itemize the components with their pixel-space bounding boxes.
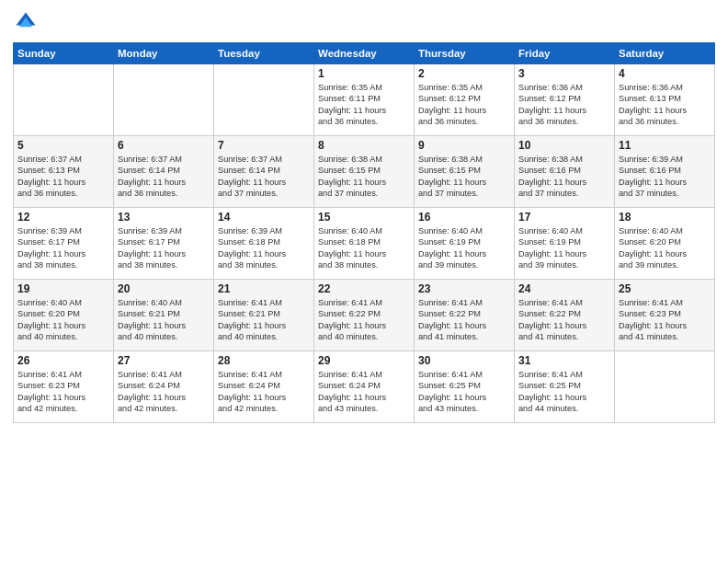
day-info: Sunrise: 6:38 AM Sunset: 6:16 PM Dayligh… bbox=[518, 154, 610, 200]
day-info: Sunrise: 6:41 AM Sunset: 6:24 PM Dayligh… bbox=[318, 369, 410, 415]
calendar-cell: 17Sunrise: 6:40 AM Sunset: 6:19 PM Dayli… bbox=[515, 208, 615, 280]
day-number: 23 bbox=[418, 282, 510, 295]
weekday-header-monday: Monday bbox=[114, 43, 214, 64]
weekday-header-saturday: Saturday bbox=[615, 43, 715, 64]
day-info: Sunrise: 6:38 AM Sunset: 6:15 PM Dayligh… bbox=[418, 154, 510, 200]
day-number: 22 bbox=[318, 282, 410, 295]
calendar-cell: 15Sunrise: 6:40 AM Sunset: 6:18 PM Dayli… bbox=[314, 208, 415, 280]
calendar-cell: 5Sunrise: 6:37 AM Sunset: 6:13 PM Daylig… bbox=[14, 136, 114, 208]
calendar-cell: 25Sunrise: 6:41 AM Sunset: 6:23 PM Dayli… bbox=[615, 280, 715, 351]
calendar-cell: 21Sunrise: 6:41 AM Sunset: 6:21 PM Dayli… bbox=[214, 280, 314, 351]
calendar-cell: 24Sunrise: 6:41 AM Sunset: 6:22 PM Dayli… bbox=[515, 280, 615, 351]
day-number: 25 bbox=[619, 282, 711, 295]
calendar-cell: 29Sunrise: 6:41 AM Sunset: 6:24 PM Dayli… bbox=[314, 351, 415, 423]
day-number: 5 bbox=[17, 139, 109, 152]
calendar-cell: 20Sunrise: 6:40 AM Sunset: 6:21 PM Dayli… bbox=[114, 280, 214, 351]
week-row-5: 26Sunrise: 6:41 AM Sunset: 6:23 PM Dayli… bbox=[14, 351, 715, 423]
day-info: Sunrise: 6:36 AM Sunset: 6:12 PM Dayligh… bbox=[518, 82, 610, 128]
day-number: 21 bbox=[218, 282, 310, 295]
calendar-cell: 27Sunrise: 6:41 AM Sunset: 6:24 PM Dayli… bbox=[114, 351, 214, 423]
day-number: 29 bbox=[318, 354, 410, 367]
day-info: Sunrise: 6:40 AM Sunset: 6:20 PM Dayligh… bbox=[17, 297, 109, 343]
day-number: 4 bbox=[619, 67, 711, 80]
calendar-cell bbox=[14, 64, 114, 136]
day-number: 1 bbox=[318, 67, 410, 80]
day-info: Sunrise: 6:40 AM Sunset: 6:20 PM Dayligh… bbox=[619, 225, 711, 271]
week-row-3: 12Sunrise: 6:39 AM Sunset: 6:17 PM Dayli… bbox=[14, 208, 715, 280]
logo-icon bbox=[13, 9, 39, 35]
calendar-cell: 18Sunrise: 6:40 AM Sunset: 6:20 PM Dayli… bbox=[615, 208, 715, 280]
page: SundayMondayTuesdayWednesdayThursdayFrid… bbox=[0, 0, 728, 563]
day-info: Sunrise: 6:39 AM Sunset: 6:17 PM Dayligh… bbox=[17, 225, 109, 271]
weekday-header-thursday: Thursday bbox=[415, 43, 515, 64]
day-info: Sunrise: 6:40 AM Sunset: 6:19 PM Dayligh… bbox=[418, 225, 510, 271]
day-info: Sunrise: 6:36 AM Sunset: 6:13 PM Dayligh… bbox=[619, 82, 711, 128]
calendar-cell: 10Sunrise: 6:38 AM Sunset: 6:16 PM Dayli… bbox=[515, 136, 615, 208]
day-info: Sunrise: 6:41 AM Sunset: 6:25 PM Dayligh… bbox=[418, 369, 510, 415]
day-info: Sunrise: 6:41 AM Sunset: 6:23 PM Dayligh… bbox=[17, 369, 109, 415]
calendar-cell: 11Sunrise: 6:39 AM Sunset: 6:16 PM Dayli… bbox=[615, 136, 715, 208]
day-info: Sunrise: 6:39 AM Sunset: 6:17 PM Dayligh… bbox=[118, 225, 210, 271]
day-info: Sunrise: 6:41 AM Sunset: 6:22 PM Dayligh… bbox=[418, 297, 510, 343]
day-number: 26 bbox=[17, 354, 109, 367]
day-number: 27 bbox=[118, 354, 210, 367]
header bbox=[13, 9, 715, 35]
day-number: 28 bbox=[218, 354, 310, 367]
day-number: 14 bbox=[218, 211, 310, 224]
day-info: Sunrise: 6:35 AM Sunset: 6:11 PM Dayligh… bbox=[318, 82, 410, 128]
week-row-4: 19Sunrise: 6:40 AM Sunset: 6:20 PM Dayli… bbox=[14, 280, 715, 351]
day-info: Sunrise: 6:37 AM Sunset: 6:13 PM Dayligh… bbox=[17, 154, 109, 200]
calendar-cell bbox=[114, 64, 214, 136]
calendar-cell: 13Sunrise: 6:39 AM Sunset: 6:17 PM Dayli… bbox=[114, 208, 214, 280]
day-number: 18 bbox=[619, 211, 711, 224]
day-number: 11 bbox=[619, 139, 711, 152]
calendar-cell: 22Sunrise: 6:41 AM Sunset: 6:22 PM Dayli… bbox=[314, 280, 415, 351]
calendar-cell: 8Sunrise: 6:38 AM Sunset: 6:15 PM Daylig… bbox=[314, 136, 415, 208]
calendar-cell: 14Sunrise: 6:39 AM Sunset: 6:18 PM Dayli… bbox=[214, 208, 314, 280]
day-info: Sunrise: 6:41 AM Sunset: 6:25 PM Dayligh… bbox=[518, 369, 610, 415]
calendar-cell: 30Sunrise: 6:41 AM Sunset: 6:25 PM Dayli… bbox=[415, 351, 515, 423]
day-number: 19 bbox=[17, 282, 109, 295]
calendar-cell: 31Sunrise: 6:41 AM Sunset: 6:25 PM Dayli… bbox=[515, 351, 615, 423]
weekday-header-row: SundayMondayTuesdayWednesdayThursdayFrid… bbox=[14, 43, 715, 64]
weekday-header-sunday: Sunday bbox=[14, 43, 114, 64]
calendar-cell: 16Sunrise: 6:40 AM Sunset: 6:19 PM Dayli… bbox=[415, 208, 515, 280]
calendar-cell: 1Sunrise: 6:35 AM Sunset: 6:11 PM Daylig… bbox=[314, 64, 415, 136]
day-number: 2 bbox=[418, 67, 510, 80]
calendar-cell: 19Sunrise: 6:40 AM Sunset: 6:20 PM Dayli… bbox=[14, 280, 114, 351]
calendar-cell: 28Sunrise: 6:41 AM Sunset: 6:24 PM Dayli… bbox=[214, 351, 314, 423]
day-number: 20 bbox=[118, 282, 210, 295]
day-info: Sunrise: 6:41 AM Sunset: 6:23 PM Dayligh… bbox=[619, 297, 711, 343]
calendar-cell: 6Sunrise: 6:37 AM Sunset: 6:14 PM Daylig… bbox=[114, 136, 214, 208]
calendar-cell: 7Sunrise: 6:37 AM Sunset: 6:14 PM Daylig… bbox=[214, 136, 314, 208]
day-info: Sunrise: 6:39 AM Sunset: 6:18 PM Dayligh… bbox=[218, 225, 310, 271]
day-info: Sunrise: 6:40 AM Sunset: 6:19 PM Dayligh… bbox=[518, 225, 610, 271]
day-info: Sunrise: 6:41 AM Sunset: 6:22 PM Dayligh… bbox=[518, 297, 610, 343]
calendar-cell: 2Sunrise: 6:35 AM Sunset: 6:12 PM Daylig… bbox=[415, 64, 515, 136]
day-info: Sunrise: 6:37 AM Sunset: 6:14 PM Dayligh… bbox=[118, 154, 210, 200]
day-info: Sunrise: 6:37 AM Sunset: 6:14 PM Dayligh… bbox=[218, 154, 310, 200]
calendar-cell bbox=[615, 351, 715, 423]
calendar-cell: 4Sunrise: 6:36 AM Sunset: 6:13 PM Daylig… bbox=[615, 64, 715, 136]
day-number: 3 bbox=[518, 67, 610, 80]
calendar-cell: 26Sunrise: 6:41 AM Sunset: 6:23 PM Dayli… bbox=[14, 351, 114, 423]
day-info: Sunrise: 6:38 AM Sunset: 6:15 PM Dayligh… bbox=[318, 154, 410, 200]
week-row-2: 5Sunrise: 6:37 AM Sunset: 6:13 PM Daylig… bbox=[14, 136, 715, 208]
day-number: 6 bbox=[118, 139, 210, 152]
calendar: SundayMondayTuesdayWednesdayThursdayFrid… bbox=[13, 42, 715, 423]
weekday-header-friday: Friday bbox=[515, 43, 615, 64]
day-info: Sunrise: 6:41 AM Sunset: 6:24 PM Dayligh… bbox=[118, 369, 210, 415]
day-info: Sunrise: 6:39 AM Sunset: 6:16 PM Dayligh… bbox=[619, 154, 711, 200]
logo bbox=[13, 9, 42, 35]
day-number: 17 bbox=[518, 211, 610, 224]
day-number: 15 bbox=[318, 211, 410, 224]
day-number: 8 bbox=[318, 139, 410, 152]
weekday-header-wednesday: Wednesday bbox=[314, 43, 415, 64]
day-number: 10 bbox=[518, 139, 610, 152]
day-number: 24 bbox=[518, 282, 610, 295]
calendar-cell: 3Sunrise: 6:36 AM Sunset: 6:12 PM Daylig… bbox=[515, 64, 615, 136]
day-info: Sunrise: 6:41 AM Sunset: 6:22 PM Dayligh… bbox=[318, 297, 410, 343]
day-number: 7 bbox=[218, 139, 310, 152]
day-info: Sunrise: 6:40 AM Sunset: 6:18 PM Dayligh… bbox=[318, 225, 410, 271]
day-info: Sunrise: 6:41 AM Sunset: 6:21 PM Dayligh… bbox=[218, 297, 310, 343]
